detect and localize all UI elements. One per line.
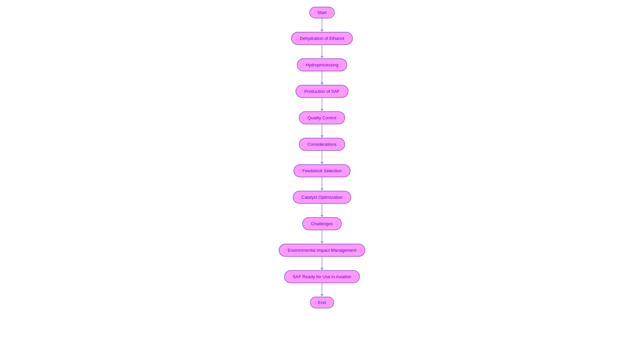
node-feedstock[interactable]: Feedstock Selection xyxy=(293,164,350,177)
connector-arrow xyxy=(320,241,324,244)
node-environmental[interactable]: Environmental Impact Management xyxy=(279,244,365,257)
connector-line xyxy=(322,98,322,109)
connector-5 xyxy=(320,124,324,138)
connector-arrow xyxy=(320,56,324,58)
connector-arrow xyxy=(320,215,324,217)
connector-1 xyxy=(320,18,324,32)
connector-9 xyxy=(320,230,324,244)
node-dehydration[interactable]: Dehydration of Ethanol xyxy=(291,32,353,45)
node-saf-ready[interactable]: SAF Ready for Use in Aviation xyxy=(284,270,360,283)
connector-line xyxy=(322,124,322,135)
connector-arrow xyxy=(320,268,324,270)
connector-4 xyxy=(320,98,324,111)
connector-line xyxy=(322,45,322,56)
node-challenges[interactable]: Challenges xyxy=(302,217,341,230)
connector-3 xyxy=(320,71,324,85)
connector-line xyxy=(322,151,322,162)
connector-10 xyxy=(320,257,324,270)
connector-arrow xyxy=(320,82,324,85)
connector-7 xyxy=(320,177,324,191)
connector-line xyxy=(322,177,322,188)
connector-8 xyxy=(320,204,324,217)
node-start[interactable]: Start xyxy=(309,7,334,18)
connector-arrow xyxy=(320,294,324,297)
node-production-saf[interactable]: Production of SAF xyxy=(296,85,348,98)
node-hydroprocessing[interactable]: Hydroprocessing xyxy=(297,58,347,71)
node-considerations[interactable]: Considerations xyxy=(299,138,345,151)
connector-arrow xyxy=(320,109,324,111)
node-catalyst[interactable]: Catalyst Optimization xyxy=(293,191,352,204)
connector-11 xyxy=(320,283,324,297)
node-end[interactable]: End xyxy=(310,297,334,308)
connector-line xyxy=(322,283,322,294)
connector-arrow xyxy=(320,162,324,164)
connector-line xyxy=(322,71,322,82)
connector-line xyxy=(322,204,322,215)
connector-line xyxy=(322,230,322,241)
connector-line xyxy=(322,257,322,268)
node-quality-control[interactable]: Quality Control xyxy=(299,111,345,124)
connector-arrow xyxy=(320,29,324,32)
connector-2 xyxy=(320,45,324,58)
flowchart: Start Dehydration of Ethanol Hydroproces… xyxy=(0,0,644,315)
connector-arrow xyxy=(320,188,324,191)
connector-arrow xyxy=(320,135,324,138)
connector-line xyxy=(322,18,322,29)
connector-6 xyxy=(320,151,324,164)
